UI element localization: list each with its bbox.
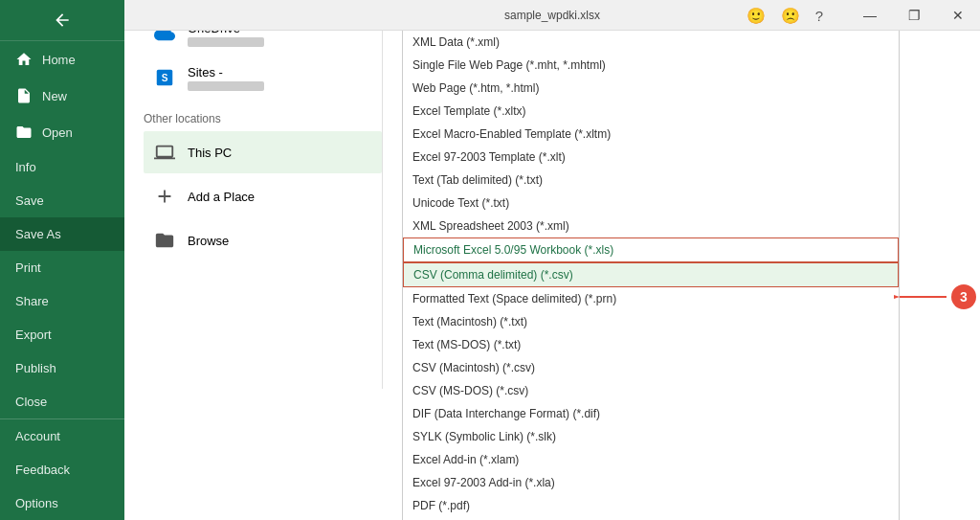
main-area: sample_wpdki.xlsx 🙂 🙁 ? — ❐ ✕ Save As Re… bbox=[124, 0, 980, 520]
sidebar-label-share: Share bbox=[15, 294, 49, 308]
browse-label: Browse bbox=[188, 234, 229, 248]
smiley-icon[interactable]: 🙂 bbox=[743, 7, 769, 25]
list-item[interactable]: Text (Macintosh) (*.txt) bbox=[403, 310, 899, 333]
sidebar-label-new: New bbox=[42, 89, 67, 103]
new-icon bbox=[15, 87, 33, 104]
back-button[interactable] bbox=[0, 0, 124, 41]
titlebar-icons: 🙂 🙁 ? bbox=[743, 0, 827, 31]
this-pc-label: This PC bbox=[188, 146, 232, 160]
svg-text:S: S bbox=[162, 73, 168, 83]
sharepoint-icon: S bbox=[151, 64, 178, 91]
sidebar-item-feedback[interactable]: Feedback bbox=[0, 453, 124, 486]
home-icon bbox=[15, 51, 33, 68]
sites-placeholder bbox=[188, 81, 264, 91]
location-this-pc[interactable]: This PC bbox=[144, 131, 382, 173]
sidebar-bottom: Account Feedback Options bbox=[0, 418, 124, 520]
sites-text: Sites - bbox=[188, 65, 264, 91]
cloud-icon bbox=[151, 31, 178, 47]
titlebar-controls: — ❐ ✕ bbox=[848, 0, 980, 31]
list-item[interactable]: Excel Template (*.xltx) bbox=[403, 100, 899, 123]
list-item[interactable]: Excel 97-2003 Template (*.xlt) bbox=[403, 146, 899, 169]
onedrive-label: OneDrive - bbox=[188, 31, 264, 35]
sidebar-item-print[interactable]: Print bbox=[0, 251, 124, 284]
sidebar-item-new[interactable]: New bbox=[0, 78, 124, 114]
sidebar-label-print: Print bbox=[15, 260, 41, 275]
file-list[interactable]: Excel Workbook (*.xlsx)XML Data (*.xml)S… bbox=[402, 31, 900, 520]
open-icon bbox=[15, 124, 33, 141]
left-panel: Save As Recent OneDrive - bbox=[124, 31, 383, 389]
list-item[interactable]: XML Spreadsheet 2003 (*.xml) bbox=[403, 215, 899, 237]
sidebar-label-home: Home bbox=[42, 53, 76, 67]
list-item[interactable]: SYLK (Symbolic Link) (*.slk) bbox=[403, 425, 899, 448]
browse-icon bbox=[151, 227, 178, 254]
onedrive-text: OneDrive - bbox=[188, 31, 264, 47]
sidebar-label-close: Close bbox=[15, 395, 47, 409]
list-item[interactable]: Text (Tab delimited) (*.txt) bbox=[403, 169, 899, 192]
back-icon bbox=[53, 11, 72, 30]
list-item[interactable]: Text (MS-DOS) (*.txt) bbox=[403, 333, 899, 356]
sidebar-item-open[interactable]: Open bbox=[0, 114, 124, 150]
sidebar-label-account: Account bbox=[15, 429, 60, 443]
restore-button[interactable]: ❐ bbox=[892, 0, 936, 31]
sidebar-label-export: Export bbox=[15, 328, 52, 342]
help-icon[interactable]: ? bbox=[812, 8, 827, 24]
sidebar-label-open: Open bbox=[42, 125, 73, 140]
content-area: Save As Recent OneDrive - bbox=[124, 31, 980, 520]
add-place-label: Add a Place bbox=[188, 190, 255, 204]
list-item[interactable]: Unicode Text (*.txt) bbox=[403, 192, 899, 215]
location-browse[interactable]: Browse bbox=[144, 219, 382, 261]
sidebar: Home New Open Info Save Save As Print Sh… bbox=[0, 0, 124, 520]
sidebar-item-save-as[interactable]: Save As bbox=[0, 217, 124, 251]
minimize-button[interactable]: — bbox=[848, 0, 892, 31]
list-item[interactable]: Single File Web Page (*.mht, *.mhtml) bbox=[403, 54, 899, 77]
list-item[interactable]: Formatted Text (Space delimited) (*.prn) bbox=[403, 287, 899, 310]
add-place-icon bbox=[151, 183, 178, 210]
list-item[interactable]: Web Page (*.htm, *.html) bbox=[403, 77, 899, 100]
list-item[interactable]: Excel 97-2003 Add-in (*.xla) bbox=[403, 471, 899, 494]
sidebar-label-save-as: Save As bbox=[15, 227, 61, 241]
list-item[interactable]: PDF (*.pdf) bbox=[403, 494, 899, 517]
list-item[interactable]: Microsoft Excel 5.0/95 Workbook (*.xls) bbox=[403, 237, 899, 262]
sidebar-item-info[interactable]: Info bbox=[0, 150, 124, 184]
list-item[interactable]: XML Data (*.xml) bbox=[403, 31, 899, 54]
sidebar-label-save: Save bbox=[15, 193, 44, 208]
other-locations-label: Other locations bbox=[144, 112, 382, 125]
sidebar-label-info: Info bbox=[15, 160, 36, 174]
right-panel: ↑ 📁 Downloads > New Folder Excel Workboo… bbox=[383, 31, 980, 389]
sidebar-label-feedback: Feedback bbox=[15, 463, 70, 477]
sidebar-item-options[interactable]: Options bbox=[0, 486, 124, 520]
sidebar-item-close[interactable]: Close bbox=[0, 385, 124, 418]
sidebar-item-publish[interactable]: Publish bbox=[0, 351, 124, 385]
onedrive-placeholder bbox=[188, 37, 264, 47]
sad-icon[interactable]: 🙁 bbox=[777, 7, 804, 25]
close-button[interactable]: ✕ bbox=[936, 0, 980, 31]
pc-icon bbox=[151, 139, 178, 166]
location-add-place[interactable]: Add a Place bbox=[144, 175, 382, 217]
sidebar-item-home[interactable]: Home bbox=[0, 41, 124, 78]
list-item[interactable]: CSV (Macintosh) (*.csv) bbox=[403, 356, 899, 379]
annotation-3: 3 bbox=[951, 284, 976, 309]
window-title: sample_wpdki.xlsx bbox=[504, 9, 600, 22]
sites-label: Sites - bbox=[188, 65, 264, 79]
list-item[interactable]: Excel Macro-Enabled Template (*.xltm) bbox=[403, 123, 899, 146]
sidebar-item-share[interactable]: Share bbox=[0, 284, 124, 318]
sidebar-label-publish: Publish bbox=[15, 361, 56, 375]
sidebar-item-export[interactable]: Export bbox=[0, 318, 124, 351]
list-item[interactable]: Excel Add-in (*.xlam) bbox=[403, 448, 899, 471]
list-item[interactable]: CSV (MS-DOS) (*.csv) bbox=[403, 379, 899, 402]
list-item[interactable]: CSV (Comma delimited) (*.csv) bbox=[403, 262, 899, 287]
location-sites[interactable]: S Sites - bbox=[144, 57, 382, 99]
list-item[interactable]: DIF (Data Interchange Format) (*.dif) bbox=[403, 402, 899, 425]
sidebar-label-options: Options bbox=[15, 496, 58, 510]
titlebar: sample_wpdki.xlsx 🙂 🙁 ? — ❐ ✕ bbox=[124, 0, 980, 31]
sidebar-item-account[interactable]: Account bbox=[0, 419, 124, 453]
location-onedrive[interactable]: OneDrive - bbox=[144, 31, 382, 55]
annotation-arrow-3 bbox=[894, 285, 951, 308]
sidebar-item-save[interactable]: Save bbox=[0, 184, 124, 217]
